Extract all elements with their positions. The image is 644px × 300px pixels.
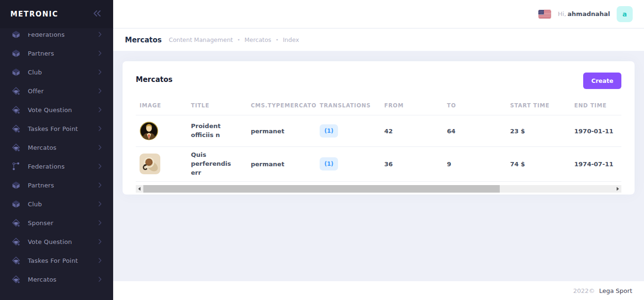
avatar[interactable]: a [617, 6, 633, 22]
sidebar-item-taskes-for-point-2[interactable]: Taskes For Point [0, 251, 113, 270]
bucket-icon [11, 275, 21, 284]
sidebar-item-label: Federations [28, 31, 65, 38]
brand-logo: METRONIC [10, 10, 58, 18]
chevron-right-icon [98, 163, 102, 169]
sidebar-item-label: Sponser [28, 219, 53, 227]
avatar-letter: a [622, 10, 627, 18]
column-header-from: From [380, 96, 443, 115]
sidebar-item-mercatos-2[interactable]: Mercatos [0, 270, 113, 289]
mercato-end-time: 1974-07-11 [574, 161, 613, 168]
chevron-right-icon [98, 126, 102, 131]
mercato-to: 9 [447, 161, 451, 168]
greeting-prefix: Hi, [558, 10, 566, 17]
sidebar-item-federations[interactable]: Federations [0, 28, 113, 44]
breadcrumb-separator: • [237, 37, 240, 43]
subheader: Mercatos Content Management • Mercatos •… [113, 29, 644, 51]
column-header-title: Title [187, 96, 247, 115]
chevron-right-icon [98, 239, 102, 244]
sidebar-item-label: Federations [28, 163, 65, 170]
sidebar-collapse-button[interactable] [91, 8, 103, 20]
mercato-end-time: 1970-01-11 [574, 128, 613, 135]
card-title: Mercatos [136, 73, 173, 84]
chevron-right-icon [98, 50, 102, 56]
sidebar-item-sponser[interactable]: Sponser [0, 213, 113, 232]
cube-icon [11, 30, 21, 39]
mercato-start-time: 23 $ [510, 128, 525, 135]
chevron-right-icon [98, 88, 102, 94]
topbar: Hi,ahmadnahal a [113, 0, 644, 28]
sidebar-item-label: Taskes For Point [28, 125, 78, 132]
chevron-right-icon [98, 32, 102, 37]
create-button[interactable]: Create [583, 73, 621, 89]
breadcrumb-item-mercatos[interactable]: Mercatos [244, 36, 271, 43]
mercato-from: 42 [384, 128, 393, 135]
horizontal-scrollbar[interactable] [136, 185, 621, 193]
chevron-right-icon [98, 276, 102, 282]
breadcrumb-item-index[interactable]: Index [283, 36, 299, 43]
footer-year: 2022© [573, 287, 595, 294]
sidebar-item-label: Club [28, 69, 42, 76]
mercato-title: Proident officiis n [191, 122, 221, 138]
column-header-cms-typemercato: cms.TypeMercato [247, 96, 316, 115]
column-header-translations: Translations [316, 96, 380, 115]
cube-icon [11, 199, 21, 209]
scrollbar-thumb[interactable] [143, 185, 500, 193]
sidebar-item-label: Taskes For Point [28, 257, 78, 264]
scroll-right-arrow[interactable] [614, 185, 621, 193]
content-area: Mercatos Create Image Title cms.TypeMerc… [113, 51, 644, 281]
column-header-end-time: End Time [570, 96, 621, 115]
bucket-icon [11, 218, 21, 227]
sidebar-item-club-2[interactable]: Club [0, 195, 113, 213]
sidebar-item-partners-2[interactable]: Partners [0, 176, 113, 195]
sidebar-item-label: Vote Question [28, 106, 72, 114]
sidebar-item-label: Partners [28, 50, 54, 57]
table-header-row: Image Title cms.TypeMercato Translations… [136, 96, 621, 115]
sidebar-item-club[interactable]: Club [0, 63, 113, 81]
scroll-left-arrow[interactable] [136, 185, 143, 193]
bucket-icon [11, 124, 21, 133]
sidebar-item-mercatos[interactable]: Mercatos [0, 138, 113, 157]
chevron-right-icon [98, 258, 102, 263]
mercato-from: 36 [384, 161, 393, 168]
mercato-image-coffee [140, 154, 183, 174]
bucket-icon [11, 105, 21, 114]
sidebar-item-partners[interactable]: Partners [0, 44, 113, 63]
sidebar-item-label: Offer [28, 88, 44, 95]
user-greeting: Hi,ahmadnahal [558, 10, 610, 17]
sidebar-item-vote-question-2[interactable]: Vote Question [0, 232, 113, 251]
sidebar-item-label: Partners [28, 182, 54, 189]
chevron-right-icon [98, 145, 102, 150]
sidebar-item-label: Club [28, 201, 42, 208]
chevron-right-icon [98, 220, 102, 226]
mercato-to: 64 [447, 128, 455, 135]
sidebar-header: METRONIC [0, 0, 113, 28]
translations-badge[interactable]: (1) [320, 157, 338, 170]
bucket-icon [11, 256, 21, 265]
chevron-right-icon [98, 107, 102, 113]
double-chevron-left-icon [92, 9, 102, 19]
card-header: Mercatos Create [123, 61, 635, 89]
footer-brand-link[interactable]: Lega Sport [599, 287, 632, 294]
cube-icon [11, 67, 21, 77]
breadcrumb-separator: • [275, 37, 279, 43]
mercato-start-time: 74 $ [510, 161, 525, 168]
column-header-to: To [443, 96, 506, 115]
table-row: Quis perferendis err permanet (1) 36 9 7… [136, 147, 621, 182]
table-row: Proident officiis n permanet (1) 42 64 2… [136, 115, 621, 147]
mercato-type: permanet [251, 128, 284, 135]
translations-badge[interactable]: (1) [320, 124, 338, 138]
mercatos-card: Mercatos Create Image Title cms.TypeMerc… [123, 61, 635, 195]
sidebar-item-offer[interactable]: Offer [0, 81, 113, 100]
sidebar-item-federations-2[interactable]: Federations [0, 157, 113, 176]
us-flag-icon[interactable] [538, 10, 551, 18]
chevron-right-icon [98, 69, 102, 75]
sidebar-nav: Federations Partners Club Offer Vote Que… [0, 28, 113, 300]
mercato-type: permanet [251, 161, 284, 168]
sidebar-item-vote-question[interactable]: Vote Question [0, 100, 113, 119]
breadcrumb-item-content-management[interactable]: Content Management [169, 36, 233, 43]
network-icon [11, 162, 21, 171]
sidebar-item-label: Mercatos [28, 276, 57, 283]
column-header-start-time: Start Time [506, 96, 570, 115]
sidebar-item-taskes-for-point[interactable]: Taskes For Point [0, 119, 113, 138]
bucket-icon [11, 143, 21, 152]
